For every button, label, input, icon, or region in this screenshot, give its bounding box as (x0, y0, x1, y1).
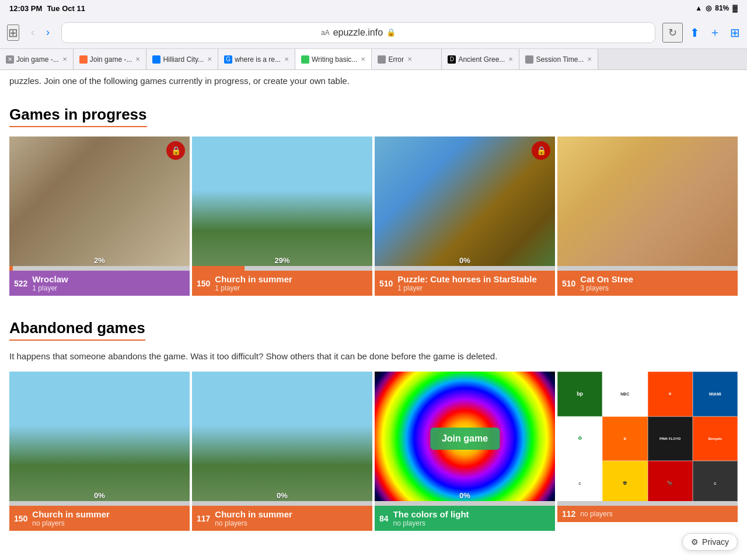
progress-bar-container (192, 266, 372, 271)
card-info: Church in summer 1 player (215, 274, 368, 292)
lock-icon: 🔒 (166, 141, 185, 160)
tab-favicon: G (224, 55, 232, 64)
tab-label: Ancient Gree... (458, 55, 505, 64)
new-tab-button[interactable]: ＋ (709, 24, 721, 40)
tab-favicon: D (448, 55, 456, 64)
card-players: no players (215, 519, 368, 527)
games-in-progress-grid: 🔒 2% 522 Wroclaw 1 player 29% (0, 136, 747, 296)
tab-close-icon[interactable]: ✕ (361, 56, 365, 62)
card-footer: 510 Cat On Stree 3 players (557, 271, 738, 296)
card-number: 150 (197, 279, 210, 288)
card-players: 1 player (32, 284, 185, 292)
tab-close-icon[interactable]: ✕ (135, 56, 140, 62)
progress-bar (192, 266, 245, 271)
tab-tab6[interactable]: Error ✕ (372, 49, 442, 69)
tabs-overview-button[interactable]: ⊞ (730, 26, 740, 40)
progress-label: 29% (274, 256, 289, 265)
privacy-button[interactable]: ⚙ Privacy (682, 533, 738, 551)
progress-label: 0% (277, 491, 288, 500)
card-footer: 84 The colors of light no players (375, 506, 555, 531)
progress-bar-container (375, 266, 555, 271)
card-info: Puzzle: Cute horses in StarStable 1 play… (397, 274, 550, 292)
card-number: 510 (562, 279, 575, 288)
game-card-a4[interactable]: bp NBC B MIAMI ♻ B PINK FLOYD Bengals C … (557, 372, 738, 531)
card-title: Church in summer (215, 509, 368, 519)
tab-tab5[interactable]: Writing basic... ✕ (295, 49, 372, 69)
card-info: Wroclaw 1 player (32, 274, 185, 292)
tab-label: where is a re... (235, 55, 281, 64)
card-info: Church in summer no players (32, 509, 185, 527)
tab-close-icon[interactable]: ✕ (407, 56, 412, 62)
card-title: Church in summer (32, 509, 185, 519)
card-title: Puzzle: Cute horses in StarStable (397, 274, 550, 284)
tabs-bar: ✕ Join game -... ✕ Join game -... ✕ Hill… (0, 49, 747, 70)
privacy-label: Privacy (702, 537, 729, 547)
tab-favicon (378, 55, 386, 64)
share-button[interactable]: ⬆ (690, 26, 700, 40)
tab-tab8[interactable]: Session Time... ✕ (519, 49, 598, 69)
card-info: Cat On Stree 3 players (580, 274, 733, 292)
game-card-g1[interactable]: 🔒 2% 522 Wroclaw 1 player (9, 136, 190, 296)
games-in-progress-title: Games in progress (9, 96, 147, 127)
tab-label: Writing basic... (312, 55, 357, 64)
status-right: ▲ ◎ 81% ▓ (695, 4, 738, 12)
game-card-a2[interactable]: 0% 117 Church in summer no players (192, 372, 372, 531)
card-footer: 150 Church in summer 1 player (192, 271, 372, 296)
lock-icon: 🔒 (386, 28, 396, 37)
reload-button[interactable]: ↻ (662, 23, 683, 43)
progress-bar-container (9, 266, 190, 271)
progress-label: 0% (94, 491, 105, 500)
abandoned-desc: It happens that someone abandons the gam… (9, 350, 738, 362)
progress-label: 2% (94, 256, 105, 265)
game-card-a1[interactable]: 0% 150 Church in summer no players (9, 372, 190, 531)
progress-bar-container (9, 501, 190, 506)
forward-button[interactable]: › (41, 24, 54, 41)
lock-icon: 🔒 (532, 141, 550, 160)
games-in-progress-section: Games in progress 🔒 2% 522 Wroclaw 1 pla… (9, 96, 738, 296)
tab-favicon (152, 55, 160, 64)
card-title: Cat On Stree (580, 274, 733, 284)
tab-close-icon[interactable]: ✕ (207, 56, 212, 62)
tab-tab1[interactable]: ✕ Join game -... ✕ (0, 49, 74, 69)
card-players: 1 player (397, 284, 550, 292)
progress-bar-container (557, 501, 738, 506)
card-info: no players (580, 510, 733, 518)
abandoned-games-title: Abandoned games (9, 310, 145, 341)
game-card-g3[interactable]: 🔒 0% 510 Puzzle: Cute horses in StarStab… (375, 136, 555, 296)
progress-bar-container (375, 501, 555, 506)
card-players: no players (32, 519, 185, 527)
battery-level: 81% (715, 4, 729, 12)
tab-tab3[interactable]: Hilliard City... ✕ (146, 49, 218, 69)
game-card-g4[interactable]: 510 Cat On Stree 3 players (557, 136, 738, 296)
card-title: Wroclaw (32, 274, 185, 284)
card-players: no players (393, 519, 550, 527)
tab-tab2[interactable]: Join game -... ✕ (74, 49, 147, 69)
tab-tab7[interactable]: D Ancient Gree... ✕ (442, 49, 519, 69)
wifi-icon: ▲ (695, 4, 702, 12)
card-footer: 522 Wroclaw 1 player (9, 271, 190, 296)
card-info: Church in summer no players (215, 509, 368, 527)
tab-close-icon[interactable]: ✕ (284, 56, 289, 62)
sidebar-toggle-button[interactable]: ⊞ (7, 24, 19, 41)
tab-favicon (79, 55, 88, 64)
status-bar: 12:03 PM Tue Oct 11 ▲ ◎ 81% ▓ (0, 0, 747, 16)
address-bar[interactable]: aA epuzzle.info 🔒 (61, 22, 655, 43)
game-card-g2[interactable]: 29% 150 Church in summer 1 player (192, 136, 372, 296)
font-size-icon: aA (321, 29, 330, 37)
tab-tab4[interactable]: G where is a re... ✕ (218, 49, 295, 69)
tab-close-icon[interactable]: ✕ (508, 56, 513, 62)
join-game-button[interactable]: Join game (430, 428, 500, 450)
tab-close-icon[interactable]: ✕ (587, 56, 592, 62)
tab-close-icon[interactable]: ✕ (62, 56, 67, 62)
card-info: The colors of light no players (393, 509, 550, 527)
tab-favicon (301, 55, 309, 64)
card-number: 112 (562, 509, 575, 519)
nav-buttons: ‹ › (26, 24, 54, 41)
game-card-a3[interactable]: Join game 0% 84 The colors of light no p… (375, 372, 555, 531)
back-button[interactable]: ‹ (26, 24, 39, 41)
card-footer: 150 Church in summer no players (9, 506, 190, 531)
abandoned-games-grid: 0% 150 Church in summer no players 0% (0, 372, 747, 531)
time: 12:03 PM (9, 4, 42, 13)
url-text: epuzzle.info (333, 27, 383, 38)
progress-bar-container (557, 266, 738, 271)
